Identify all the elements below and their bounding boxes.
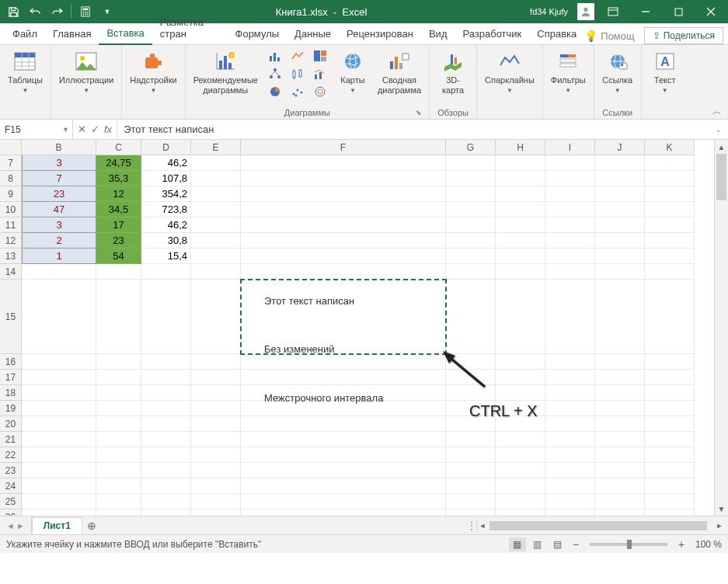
cell[interactable] [191, 494, 241, 509]
cell[interactable] [22, 509, 96, 516]
cell[interactable] [446, 202, 496, 217]
cell[interactable] [545, 447, 595, 463]
cell[interactable] [141, 432, 191, 447]
col-header[interactable]: J [595, 140, 645, 155]
cell[interactable] [545, 463, 595, 478]
row-header[interactable]: 24 [0, 478, 22, 494]
data-cell[interactable]: 1 [22, 249, 96, 264]
cell[interactable] [645, 370, 695, 385]
cell[interactable] [96, 463, 141, 478]
cell[interactable] [595, 478, 645, 494]
cell[interactable] [645, 354, 695, 370]
cell[interactable] [496, 463, 545, 478]
data-cell[interactable]: 35,3 [96, 171, 141, 186]
col-header[interactable]: B [22, 140, 96, 155]
cell[interactable] [595, 186, 645, 202]
charts-launcher-icon[interactable]: ⬊ [415, 109, 423, 116]
cell[interactable] [595, 249, 645, 264]
tab-справка[interactable]: Справка [529, 24, 584, 44]
cell[interactable] [191, 202, 241, 217]
row-header[interactable]: 25 [0, 494, 22, 509]
cell[interactable] [191, 447, 241, 463]
cell[interactable] [241, 202, 446, 217]
cell[interactable] [22, 447, 96, 463]
cell[interactable] [496, 370, 545, 385]
cell[interactable] [96, 370, 141, 385]
cell[interactable] [96, 494, 141, 509]
cell[interactable] [241, 171, 446, 186]
row-header[interactable]: 11 [0, 217, 22, 233]
cell[interactable] [191, 171, 241, 186]
scatter-chart-icon[interactable] [287, 83, 308, 100]
cell[interactable] [545, 280, 595, 354]
cell[interactable] [545, 509, 595, 516]
tab-главная[interactable]: Главная [45, 24, 99, 44]
cell[interactable] [595, 463, 645, 478]
cell[interactable] [645, 249, 695, 264]
cell[interactable] [191, 354, 241, 370]
text-button[interactable]: AТекст▼ [646, 47, 684, 96]
hscroll-thumb[interactable] [489, 521, 707, 530]
cell[interactable] [191, 416, 241, 432]
cell[interactable] [496, 202, 545, 217]
data-cell[interactable]: 23 [96, 233, 141, 249]
cell[interactable] [241, 264, 446, 280]
3d-map-button[interactable]: 3D- карта [434, 47, 472, 97]
row-header[interactable]: 7 [0, 155, 22, 171]
cell[interactable] [22, 478, 96, 494]
stat-chart-icon[interactable] [287, 65, 308, 82]
sparklines-button[interactable]: Спарклайны▼ [482, 47, 538, 96]
filters-button[interactable]: Фильтры▼ [548, 47, 589, 96]
cell[interactable] [141, 385, 191, 401]
fx-icon[interactable]: fx [104, 123, 112, 135]
cell[interactable] [141, 494, 191, 509]
cell[interactable] [446, 494, 496, 509]
line-chart-icon[interactable] [287, 47, 308, 64]
row-header[interactable]: 23 [0, 463, 22, 478]
cell[interactable] [496, 478, 545, 494]
cell[interactable] [446, 264, 496, 280]
row-header[interactable]: 12 [0, 233, 22, 249]
data-cell[interactable]: 23 [22, 186, 96, 202]
cell[interactable] [595, 233, 645, 249]
cell[interactable] [595, 416, 645, 432]
cell[interactable] [22, 416, 96, 432]
cell[interactable] [496, 264, 545, 280]
cell[interactable] [545, 370, 595, 385]
cell[interactable] [645, 155, 695, 171]
cell[interactable] [191, 509, 241, 516]
cell[interactable] [645, 463, 695, 478]
cell[interactable] [545, 155, 595, 171]
column-chart-icon[interactable] [264, 47, 286, 64]
row-header[interactable]: 14 [0, 264, 22, 280]
data-cell[interactable]: 3 [22, 217, 96, 233]
cell[interactable] [141, 401, 191, 416]
collapse-ribbon-icon[interactable]: ︿ [709, 105, 725, 117]
cell[interactable] [595, 509, 645, 516]
data-cell[interactable]: 47 [22, 202, 96, 217]
normal-view-icon[interactable]: ▦ [509, 537, 526, 551]
cell[interactable] [96, 416, 141, 432]
cell[interactable] [446, 463, 496, 478]
cell[interactable] [645, 509, 695, 516]
cell[interactable] [446, 186, 496, 202]
cell[interactable] [446, 217, 496, 233]
cell[interactable] [141, 463, 191, 478]
col-header[interactable]: K [645, 140, 695, 155]
cell[interactable] [595, 385, 645, 401]
cell[interactable] [645, 202, 695, 217]
cell[interactable] [645, 478, 695, 494]
cell[interactable] [191, 280, 241, 354]
tab-рецензирован[interactable]: Рецензирован [339, 24, 421, 44]
horizontal-scrollbar[interactable]: ◄ ► [476, 520, 725, 531]
page-layout-view-icon[interactable]: ▥ [529, 537, 546, 551]
ribbon-display-icon[interactable] [599, 2, 627, 22]
cell[interactable] [545, 354, 595, 370]
cell[interactable] [595, 494, 645, 509]
redo-icon[interactable] [47, 2, 67, 22]
cell[interactable] [446, 478, 496, 494]
data-cell[interactable]: 24,75 [96, 155, 141, 171]
cell[interactable] [645, 264, 695, 280]
cell[interactable] [496, 494, 545, 509]
cell[interactable] [595, 264, 645, 280]
